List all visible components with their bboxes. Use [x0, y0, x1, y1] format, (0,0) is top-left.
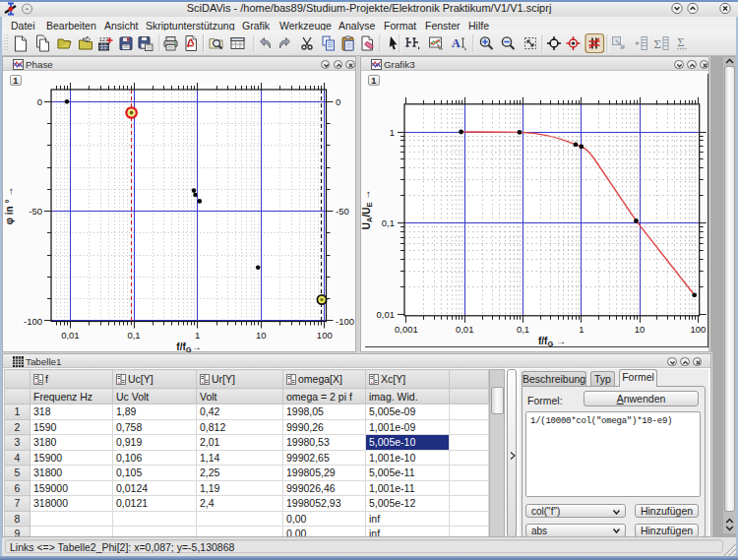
svg-text:123: 123 [99, 36, 110, 42]
svg-text:Σ: Σ [678, 35, 685, 49]
svg-text:Σ: Σ [654, 36, 662, 51]
svg-text:A: A [452, 36, 461, 50]
